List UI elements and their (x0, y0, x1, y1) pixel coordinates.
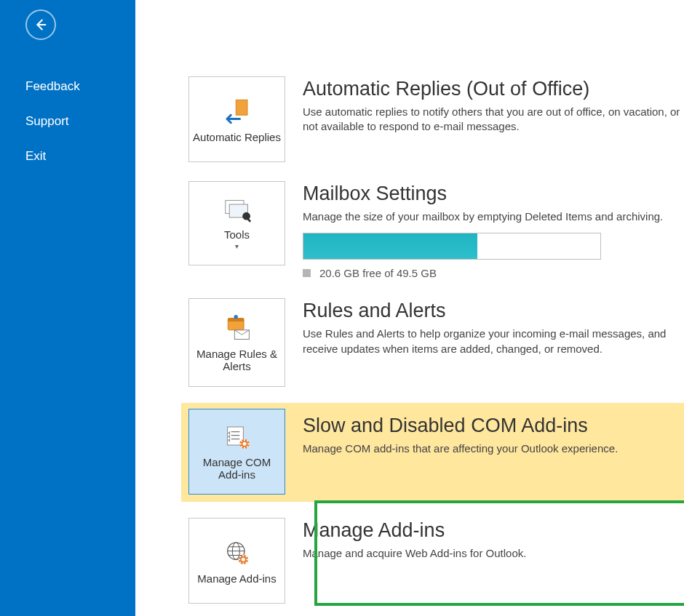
com-addins-icon (223, 424, 252, 452)
section-description: Use automatic replies to notify others t… (303, 105, 684, 135)
backstage-content: Automatic Replies Automatic Replies (Out… (135, 0, 684, 616)
tile-label: Automatic Replies (193, 131, 281, 143)
chevron-down-icon: ▾ (235, 242, 239, 250)
tile-automatic-replies[interactable]: Automatic Replies (188, 76, 285, 162)
storage-text: 20.6 GB free of 49.5 GB (303, 267, 663, 279)
section-description: Use Rules and Alerts to help organize yo… (303, 327, 684, 356)
addins-icon (223, 539, 252, 568)
rules-icon (221, 314, 253, 343)
sidebar-item-feedback[interactable]: Feedback (0, 69, 135, 104)
tile-manage-addins[interactable]: Manage Add-ins (188, 518, 285, 604)
section-manage-addins: Manage Add-ins Manage Add-ins Manage and… (188, 518, 684, 604)
automatic-replies-icon (222, 96, 252, 127)
legend-square-icon (303, 269, 311, 277)
section-automatic-replies: Automatic Replies Automatic Replies (Out… (188, 76, 684, 162)
tile-manage-com-addins[interactable]: Manage COM Add-ins (188, 409, 285, 495)
tile-label: Manage Add-ins (197, 572, 276, 585)
back-button[interactable] (25, 9, 56, 40)
tile-label: Tools (224, 228, 250, 241)
svg-point-15 (241, 557, 244, 561)
section-title: Rules and Alerts (303, 300, 684, 322)
sidebar-item-support[interactable]: Support (0, 104, 135, 139)
arrow-left-icon (33, 17, 49, 33)
section-description: Manage the size of your mailbox by empty… (303, 209, 663, 224)
section-rules-alerts: Manage Rules & Alerts Rules and Alerts U… (188, 298, 684, 387)
tile-tools[interactable]: Tools ▾ (188, 181, 285, 265)
sidebar-item-exit[interactable]: Exit (0, 139, 135, 174)
svg-rect-0 (236, 100, 247, 116)
tools-icon (221, 198, 253, 224)
section-title: Manage Add-ins (303, 519, 526, 542)
section-description: Manage COM add-ins that are affecting yo… (303, 441, 618, 456)
svg-point-7 (234, 315, 237, 319)
section-title: Slow and Disabled COM Add-ins (303, 415, 618, 437)
backstage-sidebar: Feedback Support Exit (0, 0, 135, 616)
section-description: Manage and acquire Web Add-ins for Outlo… (303, 546, 526, 561)
tile-manage-rules[interactable]: Manage Rules & Alerts (188, 298, 285, 387)
storage-bar (303, 233, 601, 260)
section-com-addins: Manage COM Add-ins Slow and Disabled COM… (181, 403, 684, 502)
tile-label: Manage Rules & Alerts (192, 348, 282, 373)
svg-point-11 (242, 442, 246, 446)
tile-label: Manage COM Add-ins (192, 456, 282, 481)
section-title: Automatic Replies (Out of Office) (303, 78, 684, 100)
storage-fill (303, 233, 477, 259)
section-mailbox-settings: Tools ▾ Mailbox Settings Manage the size… (188, 181, 684, 279)
section-title: Mailbox Settings (303, 183, 663, 205)
